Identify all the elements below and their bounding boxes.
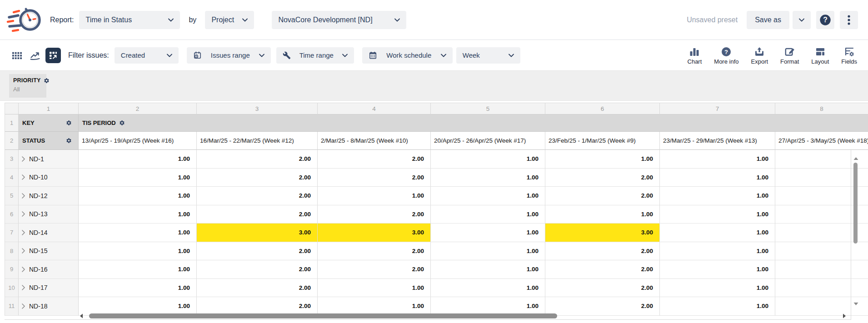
scroll-right-arrow-icon[interactable] [842, 313, 847, 318]
work-schedule-button[interactable]: Work schedule [362, 47, 453, 64]
value-cell[interactable]: 1.00 [545, 205, 660, 224]
value-cell[interactable]: 1.00 [79, 169, 197, 187]
value-cell[interactable]: 2.00 [197, 279, 318, 298]
value-cell[interactable]: 1.00 [545, 150, 660, 169]
value-cell[interactable]: 2.00 [545, 260, 660, 279]
chevron-right-icon[interactable] [22, 174, 25, 180]
gear-icon[interactable] [66, 120, 72, 126]
value-cell[interactable]: 2.00 [197, 242, 318, 261]
status-column-header[interactable]: STATUS [19, 132, 79, 150]
period-granularity-select[interactable]: Week [456, 47, 520, 64]
action-chart[interactable]: Chart [688, 46, 702, 65]
value-cell[interactable]: 1.00 [318, 279, 431, 298]
action-fields[interactable]: Fields [841, 46, 857, 65]
value-cell[interactable]: 1.00 [79, 279, 197, 298]
period-column-header[interactable]: 23/Feb/25 - 1/Mar/25 (Week #9) [545, 132, 660, 150]
value-cell[interactable]: 2.00 [545, 187, 660, 205]
value-cell[interactable]: 2.00 [197, 260, 318, 279]
project-select[interactable]: NovaCore Development [ND] [272, 11, 406, 29]
key-column-header[interactable]: KEY [19, 114, 79, 132]
help-button[interactable]: ? [816, 11, 834, 29]
value-cell[interactable]: 3.00 [197, 224, 318, 242]
value-cell[interactable]: 1.00 [431, 242, 545, 261]
value-cell[interactable]: 1.00 [79, 260, 197, 279]
value-cell[interactable]: 2.00 [197, 205, 318, 224]
chevron-right-icon[interactable] [22, 267, 25, 272]
save-as-dropdown-button[interactable] [793, 11, 811, 29]
value-cell[interactable]: 1.00 [318, 187, 431, 205]
period-column-header[interactable]: 2/Mar/25 - 8/Mar/25 (Week #10) [318, 132, 431, 150]
chevron-right-icon[interactable] [22, 230, 25, 235]
period-column-header[interactable]: 23/Mar/25 - 29/Mar/25 (Week #13) [660, 132, 775, 150]
value-cell[interactable]: 1.00 [431, 169, 545, 187]
chevron-right-icon[interactable] [22, 193, 25, 199]
action-export[interactable]: Export [751, 46, 768, 65]
scroll-left-arrow-icon[interactable] [79, 313, 84, 318]
value-cell[interactable]: 2.00 [545, 169, 660, 187]
issue-key-cell[interactable]: ND-16 [19, 260, 79, 279]
action-more-info[interactable]: ?More info [714, 46, 738, 65]
gear-icon[interactable] [44, 78, 50, 84]
value-cell[interactable]: 2.00 [318, 260, 431, 279]
value-cell[interactable]: 2.00 [318, 169, 431, 187]
scroll-up-arrow-icon[interactable] [853, 156, 858, 161]
value-cell[interactable]: 1.00 [431, 224, 545, 242]
value-cell[interactable]: 2.00 [318, 150, 431, 169]
time-range-button[interactable]: Time range [276, 47, 354, 64]
value-cell[interactable]: 1.00 [431, 187, 545, 205]
gear-icon[interactable] [119, 120, 125, 126]
more-menu-button[interactable] [840, 11, 858, 29]
save-as-button[interactable]: Save as [747, 11, 789, 29]
value-cell[interactable]: 1.00 [431, 279, 545, 298]
period-column-header[interactable]: 13/Apr/25 - 19/Apr/25 (Week #16) [79, 132, 197, 150]
value-cell[interactable]: 1.00 [660, 150, 775, 169]
value-cell[interactable]: 1.00 [660, 242, 775, 261]
value-cell[interactable]: 2.00 [197, 187, 318, 205]
chevron-right-icon[interactable] [22, 211, 25, 217]
vertical-scrollbar[interactable] [853, 156, 859, 309]
value-cell[interactable]: 1.00 [431, 205, 545, 224]
issue-key-cell[interactable]: ND-1 [19, 150, 79, 169]
value-cell[interactable]: 1.00 [79, 205, 197, 224]
action-format[interactable]: Format [780, 46, 799, 65]
horizontal-scrollbar-thumb[interactable] [89, 313, 557, 318]
value-cell[interactable]: 1.00 [660, 205, 775, 224]
horizontal-scrollbar[interactable] [77, 313, 851, 319]
value-cell[interactable]: 3.00 [545, 224, 660, 242]
value-cell[interactable]: 1.00 [79, 150, 197, 169]
value-cell[interactable]: 2.00 [197, 150, 318, 169]
group-by-select[interactable]: Project [205, 11, 254, 29]
value-cell[interactable]: 1.00 [79, 224, 197, 242]
value-cell[interactable]: 1.00 [660, 224, 775, 242]
chevron-right-icon[interactable] [22, 156, 25, 162]
value-cell[interactable]: 2.00 [197, 169, 318, 187]
gear-icon[interactable] [66, 138, 72, 144]
chart-view-button[interactable] [27, 48, 43, 63]
value-cell[interactable]: 2.00 [318, 205, 431, 224]
value-cell[interactable]: 2.00 [318, 242, 431, 261]
value-cell[interactable]: 1.00 [431, 260, 545, 279]
value-cell[interactable]: 1.00 [79, 242, 197, 261]
tis-period-header[interactable]: TIS PERIOD [79, 114, 868, 132]
report-type-select[interactable]: Time in Status [79, 11, 180, 29]
issue-key-cell[interactable]: ND-14 [19, 224, 79, 242]
value-cell[interactable]: 1.00 [79, 187, 197, 205]
pivot-view-button[interactable] [45, 48, 61, 63]
value-cell[interactable]: 2.00 [545, 242, 660, 261]
scroll-down-arrow-icon[interactable] [853, 302, 858, 306]
value-cell[interactable]: 2.00 [545, 279, 660, 298]
value-cell[interactable]: 1.00 [660, 279, 775, 298]
issues-range-button[interactable]: Issues range [187, 47, 271, 64]
value-cell[interactable]: 1.00 [660, 169, 775, 187]
issue-key-cell[interactable]: ND-13 [19, 205, 79, 224]
chevron-right-icon[interactable] [22, 285, 25, 290]
action-layout[interactable]: Layout [811, 46, 829, 65]
value-cell[interactable]: 3.00 [318, 224, 431, 242]
chevron-right-icon[interactable] [22, 248, 25, 253]
period-column-header[interactable]: 20/Apr/25 - 26/Apr/25 (Week #17) [431, 132, 545, 150]
grid-view-button[interactable] [9, 48, 25, 63]
issue-key-cell[interactable]: ND-15 [19, 242, 79, 261]
issue-key-cell[interactable]: ND-17 [19, 279, 79, 298]
issue-key-cell[interactable]: ND-12 [19, 187, 79, 205]
filter-field-select[interactable]: Created [115, 47, 179, 64]
